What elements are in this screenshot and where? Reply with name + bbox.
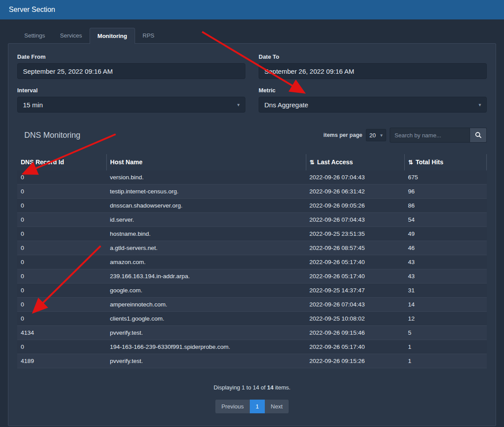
last-access-cell: 2022-09-26 09:15:26 — [306, 354, 404, 368]
total-hits-cell: 31 — [404, 283, 486, 298]
column-header-last-access[interactable]: ⇅Last Access — [306, 154, 404, 170]
search-group — [390, 128, 487, 143]
results-summary: Displaying 1 to 14 of 14 items. — [17, 384, 487, 391]
sort-icon: ⇅ — [408, 159, 413, 166]
last-access-cell: 2022-09-25 23:51:35 — [306, 227, 404, 241]
previous-page-button[interactable]: Previous — [215, 400, 250, 413]
total-hits-cell: 12 — [404, 312, 486, 326]
dns-record-id-cell: 4134 — [17, 326, 106, 340]
items-per-page-select[interactable]: 20 ▾ — [366, 129, 386, 141]
search-icon — [475, 132, 482, 139]
interval-field-group: Interval 15 min ▾ — [17, 87, 245, 113]
interval-label: Interval — [17, 87, 245, 94]
column-label: Last Access — [317, 159, 353, 166]
column-label: DNS Record Id — [21, 159, 64, 166]
dns-record-id-cell: 0 — [17, 199, 106, 213]
last-access-cell: 2022-09-26 09:05:26 — [306, 199, 404, 213]
tab-services[interactable]: Services — [53, 28, 90, 43]
page-1-button[interactable]: 1 — [250, 400, 264, 413]
host-name-cell: version.bind. — [106, 170, 306, 185]
dns-record-id-cell: 0 — [17, 312, 106, 326]
host-name-cell: a.gtld-servers.net. — [106, 241, 306, 255]
metric-field-group: Metric Dns Aggregate ▾ — [259, 87, 487, 113]
column-header-host-name: Host Name — [106, 154, 306, 170]
table-row: 0google.com.2022-09-25 14:37:4731 — [17, 283, 487, 298]
summary-total: 14 — [267, 384, 273, 391]
table-body: 0version.bind.2022-09-26 07:04:436750tes… — [17, 170, 487, 368]
table-row: 0version.bind.2022-09-26 07:04:43675 — [17, 170, 487, 185]
total-hits-cell: 86 — [404, 199, 486, 213]
dns-record-id-cell: 0 — [17, 170, 106, 185]
table-row: 0ampereinnotech.com.2022-09-26 07:04:431… — [17, 298, 487, 312]
last-access-cell: 2022-09-26 09:15:46 — [306, 326, 404, 340]
host-name-cell: amazon.com. — [106, 255, 306, 269]
total-hits-cell: 43 — [404, 269, 486, 283]
filter-form: Date From Date To Interval 15 min ▾ Metr… — [17, 53, 487, 113]
total-hits-cell: 14 — [404, 298, 486, 312]
total-hits-cell: 54 — [404, 213, 486, 227]
host-name-cell: 239.166.163.194.in-addr.arpa. — [106, 269, 306, 283]
table-row: 4189pvverify.test.2022-09-26 09:15:261 — [17, 354, 487, 368]
chevron-down-icon: ▾ — [237, 102, 240, 108]
table-row: 0id.server.2022-09-26 07:04:4354 — [17, 213, 487, 227]
dns-record-id-cell: 0 — [17, 269, 106, 283]
dns-monitoring-table: DNS Record Id Host Name ⇅Last Access ⇅To… — [17, 154, 487, 368]
metric-label: Metric — [259, 87, 487, 94]
table-row: 4134pvverify.test.2022-09-26 09:15:465 — [17, 326, 487, 340]
table-row: 0dnsscan.shadowserver.org.2022-09-26 09:… — [17, 199, 487, 213]
date-from-field-group: Date From — [17, 53, 245, 79]
tab-rps[interactable]: RPS — [135, 28, 162, 43]
last-access-cell: 2022-09-26 07:04:43 — [306, 298, 404, 312]
total-hits-cell: 96 — [404, 185, 486, 199]
table-row: 0a.gtld-servers.net.2022-09-26 08:57:454… — [17, 241, 487, 255]
search-button[interactable] — [470, 128, 487, 143]
host-name-cell: ampereinnotech.com. — [106, 298, 306, 312]
dns-record-id-cell: 0 — [17, 298, 106, 312]
last-access-cell: 2022-09-26 08:57:45 — [306, 241, 404, 255]
table-controls: items per page 20 ▾ — [323, 128, 487, 143]
total-hits-cell: 46 — [404, 241, 486, 255]
last-access-cell: 2022-09-25 10:08:02 — [306, 312, 404, 326]
column-header-total-hits[interactable]: ⇅Total Hits — [404, 154, 486, 170]
app-header: Server Section — [0, 0, 504, 19]
dns-record-id-cell: 0 — [17, 241, 106, 255]
host-name-cell: id.server. — [106, 213, 306, 227]
pagination: Previous 1 Next — [17, 400, 487, 413]
search-input[interactable] — [390, 128, 470, 143]
monitoring-panel: Date From Date To Interval 15 min ▾ Metr… — [8, 43, 496, 426]
tab-settings[interactable]: Settings — [17, 28, 53, 43]
next-page-button[interactable]: Next — [265, 400, 289, 413]
column-header-dns-record-id: DNS Record Id — [17, 154, 106, 170]
last-access-cell: 2022-09-26 06:31:42 — [306, 185, 404, 199]
last-access-cell: 2022-09-26 05:17:40 — [306, 269, 404, 283]
metric-select[interactable]: Dns Aggregate ▾ — [259, 97, 487, 113]
table-row: 0239.166.163.194.in-addr.arpa.2022-09-26… — [17, 269, 487, 283]
dns-record-id-cell: 0 — [17, 213, 106, 227]
column-label: Total Hits — [416, 159, 444, 166]
host-name-cell: dnsscan.shadowserver.org. — [106, 199, 306, 213]
date-to-field-group: Date To — [259, 53, 487, 79]
last-access-cell: 2022-09-26 05:17:40 — [306, 255, 404, 269]
date-to-input[interactable] — [259, 63, 487, 79]
host-name-cell: pvverify.test. — [106, 354, 306, 368]
interval-select-value: 15 min — [23, 101, 43, 109]
page-title: Server Section — [9, 6, 55, 14]
dns-record-id-cell: 0 — [17, 283, 106, 298]
table-row: 0hostname.bind.2022-09-25 23:51:3549 — [17, 227, 487, 241]
table-row: 0amazon.com.2022-09-26 05:17:4043 — [17, 255, 487, 269]
summary-prefix: Displaying 1 to 14 of — [214, 384, 266, 391]
interval-select[interactable]: 15 min ▾ — [17, 97, 245, 113]
table-toolbar: DNS Monitoring items per page 20 ▾ — [17, 128, 487, 143]
dns-record-id-cell: 4189 — [17, 354, 106, 368]
total-hits-cell: 1 — [404, 340, 486, 354]
total-hits-cell: 1 — [404, 354, 486, 368]
total-hits-cell: 49 — [404, 227, 486, 241]
sort-icon: ⇅ — [310, 159, 315, 166]
table-row: 0testip.internet-census.org.2022-09-26 0… — [17, 185, 487, 199]
items-per-page-label: items per page — [323, 132, 362, 138]
date-from-input[interactable] — [17, 63, 245, 79]
table-row: 0clients1.google.com.2022-09-25 10:08:02… — [17, 312, 487, 326]
metric-select-value: Dns Aggregate — [264, 101, 308, 109]
tab-monitoring[interactable]: Monitoring — [90, 28, 135, 44]
host-name-cell: pvverify.test. — [106, 326, 306, 340]
